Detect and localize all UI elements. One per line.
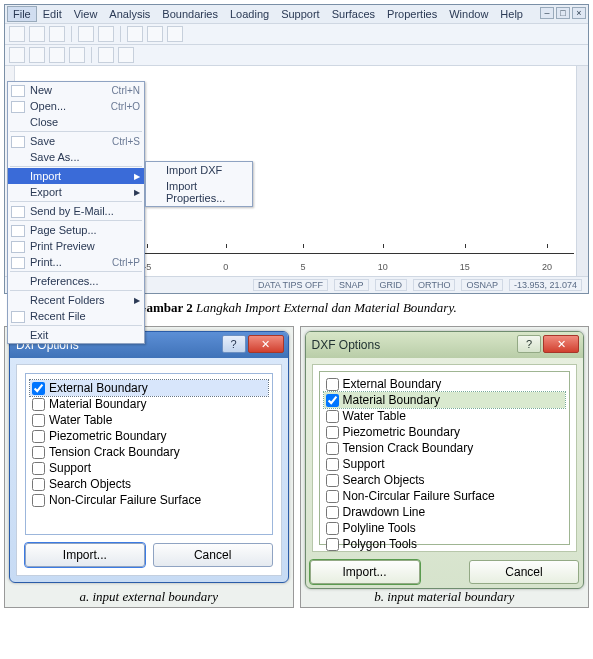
menu-item-recent-folders[interactable]: Recent Folders [8,292,144,308]
menu-item-print[interactable]: Print...Ctrl+P [8,254,144,270]
checkbox[interactable] [326,522,339,535]
checkbox[interactable] [32,446,45,459]
checkbox[interactable] [32,494,45,507]
checkbox[interactable] [326,410,339,423]
option-drawdown-line[interactable]: Drawdown Line [324,504,566,520]
option-non-circular-failure[interactable]: Non-Circular Failure Surface [30,492,268,508]
menu-edit[interactable]: Edit [37,6,68,22]
scrollbar-vertical[interactable] [576,66,588,276]
menu-item-send-mail[interactable]: Send by E-Mail... [8,203,144,219]
status-grid[interactable]: GRID [375,279,408,291]
menu-item-page-setup[interactable]: Page Setup... [8,222,144,238]
option-search-objects[interactable]: Search Objects [30,476,268,492]
checkbox[interactable] [326,490,339,503]
option-water-table[interactable]: Water Table [30,412,268,428]
checkbox[interactable] [32,478,45,491]
menu-item-save[interactable]: SaveCtrl+S [8,133,144,149]
menu-item-export[interactable]: Export [8,184,144,200]
checkbox[interactable] [326,474,339,487]
toolbar-button[interactable] [98,47,114,63]
toolbar-button[interactable] [78,26,94,42]
option-material-boundary[interactable]: Material Boundary [324,392,566,408]
menu-item-import[interactable]: Import [8,168,144,184]
menu-window[interactable]: Window [443,6,494,22]
option-non-circular-failure[interactable]: Non-Circular Failure Surface [324,488,566,504]
toolbar-button[interactable] [118,47,134,63]
toolbar-button[interactable] [98,26,114,42]
option-support[interactable]: Support [324,456,566,472]
toolbar-button[interactable] [69,47,85,63]
menu-item-new[interactable]: NewCtrl+N [8,82,144,98]
option-search-objects[interactable]: Search Objects [324,472,566,488]
option-polygon-tools[interactable]: Polygon Tools [324,536,566,552]
menu-item-recent-file[interactable]: Recent File [8,308,144,324]
menu-analysis[interactable]: Analysis [103,6,156,22]
option-piezometric-boundary[interactable]: Piezometric Boundary [324,424,566,440]
toolbar-button[interactable] [9,47,25,63]
toolbar-button[interactable] [167,26,183,42]
menu-file[interactable]: File [7,6,37,22]
menu-item-close[interactable]: Close [8,114,144,130]
import-button[interactable]: Import... [310,560,420,584]
checkbox[interactable] [32,462,45,475]
toolbar-button[interactable] [147,26,163,42]
menu-item-preferences[interactable]: Preferences... [8,273,144,289]
cancel-button[interactable]: Cancel [153,543,273,567]
help-button[interactable]: ? [517,335,541,353]
toolbar-button[interactable] [9,26,25,42]
menu-item-open[interactable]: Open...Ctrl+O [8,98,144,114]
submenu-import-properties[interactable]: Import Properties... [146,178,252,206]
checkbox[interactable] [32,414,45,427]
option-support[interactable]: Support [30,460,268,476]
option-water-table[interactable]: Water Table [324,408,566,424]
close-button[interactable]: × [572,7,586,19]
status-osnap[interactable]: OSNAP [461,279,503,291]
toolbar-button[interactable] [127,26,143,42]
toolbar-button[interactable] [29,26,45,42]
checkbox[interactable] [326,506,339,519]
dialog-b-titlebar[interactable]: DXF Options ? ✕ [306,332,584,358]
minimize-button[interactable]: – [540,7,554,19]
file-icon [11,311,25,323]
cancel-button[interactable]: Cancel [469,560,579,584]
status-snap[interactable]: SNAP [334,279,369,291]
option-tension-crack-boundary[interactable]: Tension Crack Boundary [30,444,268,460]
menu-item-exit[interactable]: Exit [8,327,144,343]
checkbox[interactable] [326,458,339,471]
menu-support[interactable]: Support [275,6,326,22]
menu-view[interactable]: View [68,6,104,22]
menu-item-print-preview[interactable]: Print Preview [8,238,144,254]
option-material-boundary[interactable]: Material Boundary [30,396,268,412]
checkbox[interactable] [32,382,45,395]
submenu-import-dxf[interactable]: Import DXF [146,162,252,178]
toolbar-button[interactable] [29,47,45,63]
close-button[interactable]: ✕ [248,335,284,353]
menu-loading[interactable]: Loading [224,6,275,22]
checkbox[interactable] [326,378,339,391]
close-button[interactable]: ✕ [543,335,579,353]
menu-surfaces[interactable]: Surfaces [326,6,381,22]
menu-properties[interactable]: Properties [381,6,443,22]
option-tension-crack-boundary[interactable]: Tension Crack Boundary [324,440,566,456]
checkbox[interactable] [326,394,339,407]
menu-item-save-as[interactable]: Save As... [8,149,144,165]
checkbox[interactable] [326,426,339,439]
option-external-boundary[interactable]: External Boundary [324,376,566,392]
maximize-button[interactable]: □ [556,7,570,19]
help-button[interactable]: ? [222,335,246,353]
menu-boundaries[interactable]: Boundaries [156,6,224,22]
option-polyline-tools[interactable]: Polyline Tools [324,520,566,536]
checkbox[interactable] [326,442,339,455]
option-piezometric-boundary[interactable]: Piezometric Boundary [30,428,268,444]
toolbar-button[interactable] [49,26,65,42]
checkbox[interactable] [32,398,45,411]
checkbox[interactable] [326,538,339,551]
import-button[interactable]: Import... [25,543,145,567]
print-icon [11,257,25,269]
toolbar-button[interactable] [49,47,65,63]
menu-help[interactable]: Help [494,6,529,22]
option-external-boundary[interactable]: External Boundary [30,380,268,396]
checkbox[interactable] [32,430,45,443]
toolbar-2 [5,45,588,66]
status-ortho[interactable]: ORTHO [413,279,455,291]
